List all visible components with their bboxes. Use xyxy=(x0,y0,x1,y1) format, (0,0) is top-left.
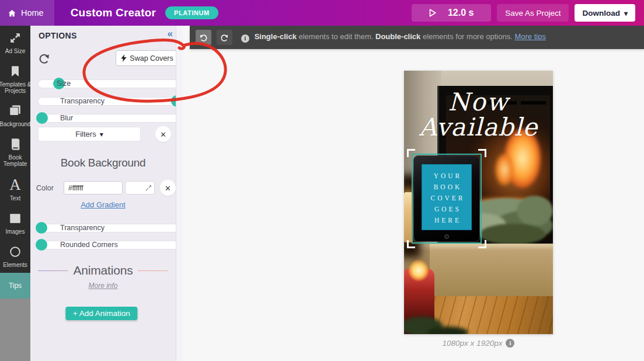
scene-candle-flame xyxy=(409,260,429,281)
selected-book-element[interactable]: YOUR BOOK COVER GOES HERE xyxy=(412,154,482,244)
rounded-corners-slider[interactable]: Rounded Corners xyxy=(38,241,181,249)
rounded-corners-slider-handle[interactable] xyxy=(36,239,47,251)
animations-heading-row: Animations xyxy=(38,263,168,277)
image-icon xyxy=(9,212,22,225)
more-tips-link[interactable]: More tips xyxy=(514,32,545,41)
bg-transparency-slider-label: Transparency xyxy=(60,224,105,232)
color-hex-input[interactable] xyxy=(64,181,123,195)
app-title: Custom Creator xyxy=(71,6,156,19)
play-preview-button[interactable]: 12.0 s xyxy=(412,4,491,22)
collapse-panel-icon[interactable]: « xyxy=(168,29,173,40)
options-panel-title: OPTIONS xyxy=(39,31,77,40)
size-slider[interactable]: Size xyxy=(38,79,181,88)
swap-covers-button[interactable]: Swap Covers xyxy=(116,50,179,66)
close-icon xyxy=(165,183,171,193)
artboard-dimensions: 1080px x 1920px xyxy=(404,339,553,348)
undo-icon xyxy=(199,33,208,43)
book-cover-placeholder: YOUR BOOK COVER GOES HERE xyxy=(422,164,472,230)
sidebar-item-ad-size[interactable]: Ad Size xyxy=(0,26,30,59)
canvas-area: Single-click elements to edit them. Doub… xyxy=(190,26,644,361)
canvas-toolbar: Single-click elements to edit them. Doub… xyxy=(190,26,644,49)
redo-icon[interactable] xyxy=(37,51,51,65)
blur-slider[interactable]: Blur xyxy=(38,114,181,123)
letter-a-icon: A xyxy=(9,178,21,192)
animations-heading: Animations xyxy=(74,263,133,277)
sidebar-item-templates-projects[interactable]: Templates & Projects xyxy=(0,59,30,99)
book-icon xyxy=(9,138,22,151)
eyedropper-icon xyxy=(144,183,153,192)
tablet-home-button xyxy=(444,234,449,239)
selection-handle-bottom-right[interactable] xyxy=(478,240,486,248)
selection-handle-bottom-left[interactable] xyxy=(407,240,415,248)
filters-dropdown[interactable]: Filters xyxy=(38,127,141,141)
bg-transparency-slider[interactable]: Transparency xyxy=(38,224,181,232)
chevron-down-icon xyxy=(100,130,103,138)
sidebar-item-images[interactable]: Images xyxy=(0,206,30,239)
circle-icon xyxy=(9,245,22,258)
home-button[interactable]: Home xyxy=(0,0,54,26)
selection-handle-top-left[interactable] xyxy=(407,149,415,157)
options-panel: OPTIONS « Swap Covers Size Transparency … xyxy=(30,26,183,361)
undo-button[interactable] xyxy=(196,30,211,45)
add-animation-button[interactable]: + Add Animation xyxy=(65,307,138,320)
sidebar-item-background[interactable]: Background xyxy=(0,99,30,132)
close-icon xyxy=(160,129,166,140)
transparency-slider-label: Transparency xyxy=(60,97,105,106)
sidebar-filler xyxy=(0,298,30,361)
custom-creator-app: Home Custom Creator PLATINUM 12.0 s Save… xyxy=(0,0,644,361)
expand-arrows-icon xyxy=(9,32,22,44)
ereader-mockup[interactable]: YOUR BOOK COVER GOES HERE xyxy=(413,155,480,242)
chevron-down-icon xyxy=(624,9,628,18)
color-row: Color xyxy=(30,181,176,195)
panel-scrollbar[interactable] xyxy=(176,26,183,361)
more-info-row: More info xyxy=(30,282,176,290)
redo-icon xyxy=(220,33,229,43)
sidebar-item-text[interactable]: A Text xyxy=(0,172,30,206)
lightning-bolt-icon xyxy=(121,54,127,62)
plan-badge: PLATINUM xyxy=(165,6,218,19)
transparency-slider[interactable]: Transparency xyxy=(38,97,181,106)
book-background-heading: Book Background xyxy=(30,157,176,169)
topbar-actions: 12.0 s Save As Project Download xyxy=(412,4,635,22)
save-as-project-button[interactable]: Save As Project xyxy=(497,4,569,22)
sidebar-item-elements[interactable]: Elements xyxy=(0,239,30,273)
color-swatch[interactable] xyxy=(125,181,155,195)
sidebar-item-tips[interactable]: Tips xyxy=(0,273,30,298)
blur-slider-handle[interactable] xyxy=(36,112,48,124)
top-bar: Home Custom Creator PLATINUM 12.0 s Save… xyxy=(0,0,644,26)
remove-color-button[interactable] xyxy=(160,180,176,196)
home-icon xyxy=(8,9,16,18)
sidebar-item-book-template[interactable]: Book Template xyxy=(0,132,30,172)
background-stack-icon xyxy=(9,105,22,117)
add-gradient-link[interactable]: Add Gradient xyxy=(81,200,126,209)
divider xyxy=(38,270,68,271)
size-slider-label: Size xyxy=(57,79,71,88)
info-icon xyxy=(241,34,249,43)
bg-transparency-slider-handle[interactable] xyxy=(36,222,47,234)
cover-placeholder-text: YOUR BOOK COVER GOES HERE xyxy=(422,164,472,226)
rounded-corners-slider-label: Rounded Corners xyxy=(60,241,118,249)
more-info-link[interactable]: More info xyxy=(88,282,117,290)
add-gradient-row: Add Gradient xyxy=(30,200,176,209)
info-icon[interactable] xyxy=(506,339,514,348)
editing-tip-text: Single-click elements to edit them. Doub… xyxy=(241,32,546,43)
design-artboard[interactable]: Now Available YOUR BOOK COVER GOES HERE xyxy=(404,71,553,334)
duration-label: 12.0 s xyxy=(448,8,474,18)
color-label: Color xyxy=(36,184,54,192)
bookmark-icon xyxy=(9,65,22,78)
redo-button[interactable] xyxy=(217,30,232,45)
blur-slider-label: Blur xyxy=(60,114,73,123)
play-icon xyxy=(429,9,436,17)
selection-handle-top-right[interactable] xyxy=(478,149,486,157)
remove-filters-button[interactable] xyxy=(155,126,171,142)
tool-sidebar: Ad Size Templates & Projects Background … xyxy=(0,26,30,361)
divider xyxy=(138,270,168,271)
home-label: Home xyxy=(21,8,44,18)
headline-text-element[interactable]: Now Available xyxy=(404,88,553,141)
download-button[interactable]: Download xyxy=(575,4,635,22)
